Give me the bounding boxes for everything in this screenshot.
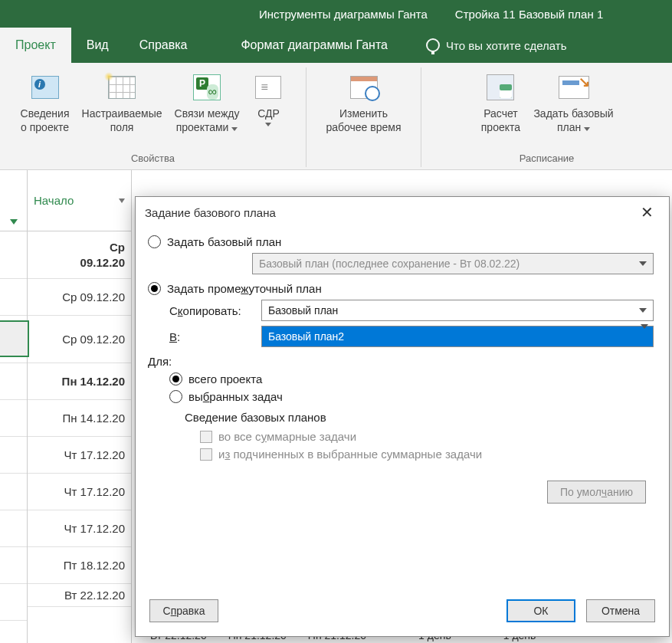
- cell-date[interactable]: Чт 17.12.20: [28, 474, 131, 510]
- help-button[interactable]: Справка: [149, 599, 218, 622]
- set-baseline-dialog: Задание базового плана ✕ Задать базовый …: [135, 196, 670, 637]
- copy-into-select[interactable]: Базовый план2: [261, 326, 654, 347]
- change-working-time-button[interactable]: Изменитьрабочее время: [310, 67, 418, 136]
- radio-for-selected-label: выбранных задач: [188, 390, 283, 403]
- radio-set-baseline[interactable]: [148, 235, 161, 248]
- gantt-calculator-icon: [487, 74, 514, 100]
- cell-date[interactable]: Ср 09.12.20: [28, 279, 131, 316]
- for-label: Для:: [148, 355, 654, 368]
- project-info-button[interactable]: Сведенияо проекте: [15, 67, 76, 136]
- defaults-button: По умолчанию: [547, 481, 646, 504]
- baseline-icon: [559, 76, 589, 99]
- window-title: Стройка 11 Базовый план 1: [441, 0, 617, 28]
- cancel-button[interactable]: Отмена: [586, 599, 655, 622]
- chevron-down-icon: [265, 123, 271, 126]
- close-button[interactable]: ✕: [634, 200, 660, 225]
- chevron-down-icon: [231, 127, 238, 131]
- ribbon-group-properties: Свойства: [131, 153, 175, 164]
- radio-for-selected[interactable]: [169, 390, 182, 403]
- project-link-icon: [193, 74, 221, 100]
- tell-me-label: Что вы хотите сделать: [446, 39, 566, 52]
- radio-for-all-label: всего проекта: [188, 372, 262, 385]
- cell-date[interactable]: Пн 14.12.20: [28, 363, 131, 400]
- ok-button[interactable]: ОК: [506, 599, 575, 622]
- checkbox-rollup-from-subtasks-label: из подчиненных в выбранные суммарные зад…: [218, 448, 482, 461]
- tell-me-search[interactable]: Что вы хотите сделать: [426, 28, 566, 63]
- checkbox-rollup-from-subtasks: [200, 448, 212, 461]
- column-header-start[interactable]: Начало: [28, 170, 131, 231]
- cell-date[interactable]: Чт 17.12.20: [28, 437, 131, 474]
- lightbulb-icon: [426, 38, 440, 52]
- cell-date[interactable]: Вт 22.12.20: [28, 584, 131, 607]
- cell-date[interactable]: Ср 09.12.20: [28, 316, 131, 363]
- dialog-title: Задание базового плана: [145, 206, 276, 219]
- chevron-down-icon: [584, 127, 590, 131]
- radio-set-interim[interactable]: [148, 282, 161, 295]
- start-column: Начало Ср09.12.20 Ср 09.12.20 Ср 09.12.2…: [28, 170, 132, 643]
- custom-fields-button[interactable]: Настраиваемыеполя: [76, 67, 169, 136]
- context-tools-label: Инструменты диаграммы Ганта: [245, 0, 441, 28]
- wbs-icon: [255, 76, 281, 99]
- checkbox-rollup-all-summary: [200, 431, 212, 443]
- copy-label: Скопировать:: [169, 304, 254, 317]
- tab-view[interactable]: Вид: [71, 28, 124, 63]
- wbs-button[interactable]: СДР: [245, 67, 291, 136]
- cell-summary-date[interactable]: Ср09.12.20: [28, 231, 131, 279]
- cell-date[interactable]: Пт 18.12.20: [28, 547, 131, 584]
- copy-from-select[interactable]: Базовый план: [261, 300, 654, 321]
- selected-row-indicator: [0, 320, 29, 357]
- baseline-select-disabled: Базовый план (последнее сохранение - Вт …: [252, 253, 654, 274]
- title-bar: Инструменты диаграммы Ганта Стройка 11 Б…: [0, 0, 672, 28]
- tab-project[interactable]: Проект: [0, 28, 71, 63]
- calendar-clock-icon: [350, 76, 378, 99]
- info-page-icon: [31, 76, 59, 99]
- ribbon: Сведенияо проекте Настраиваемыеполя Связ…: [0, 63, 672, 170]
- rollup-group-title: Сведение базовых планов: [185, 411, 654, 424]
- set-baseline-button[interactable]: Задать базовыйплан: [527, 67, 619, 136]
- project-links-button[interactable]: Связи междупроектами: [169, 67, 246, 136]
- radio-set-interim-label: Задать промежуточный план: [167, 282, 322, 295]
- tab-format-gantt[interactable]: Формат диаграммы Ганта: [225, 28, 403, 63]
- ribbon-tabs: Проект Вид Справка Формат диаграммы Гант…: [0, 28, 672, 63]
- indicator-column: ие лы ь ь ран ото ень ыш: [0, 170, 28, 643]
- checkbox-rollup-all-summary-label: во все суммарные задачи: [218, 430, 356, 443]
- radio-set-baseline-label: Задать базовый план: [167, 235, 281, 248]
- ribbon-group-schedule: Расписание: [520, 153, 575, 164]
- cell-date[interactable]: Пн 14.12.20: [28, 400, 131, 437]
- cell-date[interactable]: Чт 17.12.20: [28, 510, 131, 547]
- tab-help[interactable]: Справка: [124, 28, 203, 63]
- grid-sparkle-icon: [108, 76, 136, 99]
- calculate-project-button[interactable]: Расчетпроекта: [474, 67, 527, 136]
- into-label: В:: [169, 330, 254, 343]
- filter-dropdown-icon[interactable]: [10, 219, 18, 225]
- radio-for-all[interactable]: [169, 372, 182, 385]
- chevron-down-icon: [119, 198, 125, 203]
